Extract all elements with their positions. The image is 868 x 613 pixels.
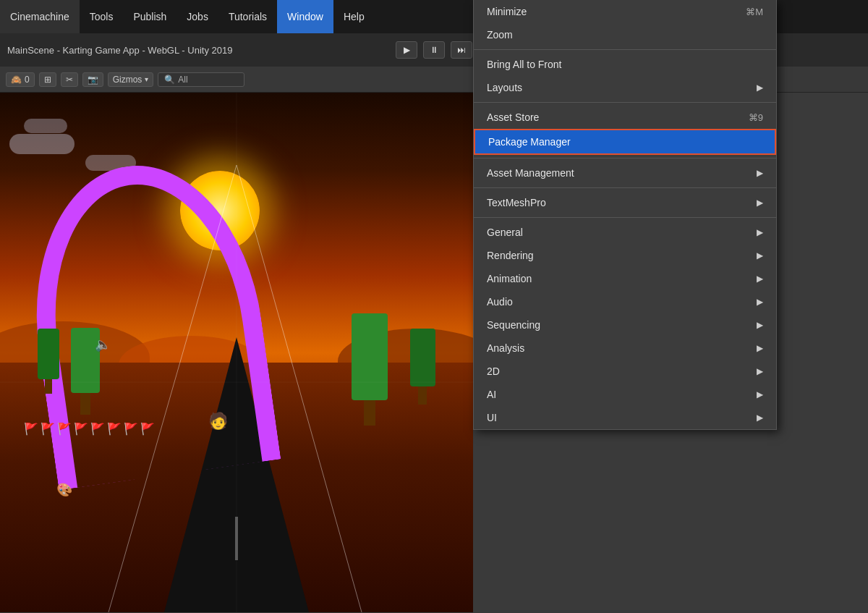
colorwheel-icon: 🎨 bbox=[56, 482, 72, 498]
menubar-item-tutorials[interactable]: Tutorials bbox=[218, 0, 277, 33]
menu-item-layouts[interactable]: Layouts ▶ bbox=[474, 76, 776, 99]
layouts-arrow-icon: ▶ bbox=[757, 83, 763, 93]
ui-arrow-icon: ▶ bbox=[757, 413, 763, 423]
menu-item-asset-management[interactable]: Asset Management ▶ bbox=[474, 161, 776, 185]
menu-item-2d[interactable]: 2D ▶ bbox=[474, 360, 776, 383]
menu-item-sequencing[interactable]: Sequencing ▶ bbox=[474, 313, 776, 337]
asset-store-shortcut: ⌘9 bbox=[749, 112, 763, 123]
menu-item-minimize[interactable]: Minimize ⌘M bbox=[474, 0, 776, 23]
general-label: General bbox=[487, 227, 523, 238]
audio-arrow-icon: ▶ bbox=[757, 297, 763, 307]
search-placeholder: All bbox=[178, 75, 187, 85]
tools-icon: ✂ bbox=[66, 75, 73, 85]
minimize-label: Minimize bbox=[487, 6, 527, 17]
general-arrow-icon: ▶ bbox=[757, 227, 763, 237]
menubar-item-cinemachine[interactable]: Cinemachine bbox=[0, 0, 80, 33]
menubar-item-help[interactable]: Help bbox=[333, 0, 375, 33]
menu-item-analysis[interactable]: Analysis ▶ bbox=[474, 337, 776, 360]
tree-right-2 bbox=[410, 329, 435, 405]
menubar-item-tools[interactable]: Tools bbox=[80, 0, 124, 33]
separator-1 bbox=[474, 49, 776, 50]
search-box[interactable]: 🔍 All bbox=[158, 72, 244, 87]
bring-all-label: Bring All to Front bbox=[487, 59, 562, 70]
dropdown-overlay: Minimize ⌘M Zoom Bring All to Front Layo… bbox=[473, 0, 868, 613]
separator-4 bbox=[474, 187, 776, 188]
ui-label: UI bbox=[487, 412, 497, 423]
menu-item-textmeshpro[interactable]: TextMeshPro ▶ bbox=[474, 191, 776, 214]
menubar-item-jobs[interactable]: Jobs bbox=[176, 0, 218, 33]
animation-label: Animation bbox=[487, 273, 532, 284]
toolbar-eye[interactable]: 🙈 0 bbox=[6, 72, 35, 87]
toolbar-tools[interactable]: ✂ bbox=[61, 72, 78, 87]
toolbar-grid[interactable]: ⊞ bbox=[39, 72, 56, 87]
minimize-shortcut: ⌘M bbox=[746, 7, 763, 17]
rendering-arrow-icon: ▶ bbox=[757, 250, 763, 261]
menu-item-zoom[interactable]: Zoom bbox=[474, 23, 776, 46]
sequencing-arrow-icon: ▶ bbox=[757, 320, 763, 330]
animation-arrow-icon: ▶ bbox=[757, 274, 763, 284]
cloud-1 bbox=[9, 134, 75, 154]
analysis-label: Analysis bbox=[487, 342, 524, 354]
step-button[interactable]: ⏭ bbox=[451, 41, 472, 59]
pause-button[interactable]: ⏸ bbox=[423, 41, 445, 59]
menu-item-ai[interactable]: AI ▶ bbox=[474, 383, 776, 406]
menu-item-audio[interactable]: Audio ▶ bbox=[474, 290, 776, 313]
search-icon: 🔍 bbox=[164, 75, 175, 85]
cloud-2 bbox=[24, 119, 67, 133]
toolbar-gizmos[interactable]: Gizmos ▾ bbox=[108, 72, 154, 87]
tree-left-2 bbox=[38, 329, 59, 394]
analysis-arrow-icon: ▶ bbox=[757, 343, 763, 353]
road-line-1 bbox=[235, 517, 238, 560]
toolbar-cam[interactable]: 📷 bbox=[82, 72, 103, 87]
ai-label: AI bbox=[487, 389, 496, 400]
menu-item-animation[interactable]: Animation ▶ bbox=[474, 267, 776, 290]
menu-item-general[interactable]: General ▶ bbox=[474, 221, 776, 244]
2d-arrow-icon: ▶ bbox=[757, 366, 763, 376]
menu-item-bring-all[interactable]: Bring All to Front bbox=[474, 53, 776, 76]
asset-management-label: Asset Management bbox=[487, 167, 574, 179]
gizmos-label: Gizmos bbox=[113, 75, 142, 85]
gizmos-arrow-icon: ▾ bbox=[145, 75, 148, 83]
menu-item-asset-store[interactable]: Asset Store ⌘9 bbox=[474, 106, 776, 129]
eye-icon: 🙈 bbox=[11, 75, 22, 85]
tree-right-1 bbox=[352, 313, 388, 426]
textmeshpro-arrow-icon: ▶ bbox=[757, 198, 763, 208]
menu-item-ui[interactable]: UI ▶ bbox=[474, 406, 776, 429]
flag-icon: 🚩 bbox=[24, 422, 38, 436]
audio-label: Audio bbox=[487, 296, 513, 308]
separator-5 bbox=[474, 217, 776, 218]
menu-item-rendering[interactable]: Rendering ▶ bbox=[474, 244, 776, 267]
character: 🧑 bbox=[208, 412, 228, 431]
game-viewport: 🚩 🚩 🚩 🚩 🚩 🚩 🚩 🚩 🧑 🔈 🎨 bbox=[0, 93, 473, 612]
menu-item-package-manager[interactable]: Package Manager bbox=[474, 129, 776, 155]
window-dropdown-menu: Minimize ⌘M Zoom Bring All to Front Layo… bbox=[473, 0, 777, 430]
asset-store-label: Asset Store bbox=[487, 111, 539, 123]
package-manager-label: Package Manager bbox=[488, 136, 571, 148]
cam-icon: 📷 bbox=[88, 75, 98, 85]
eye-count: 0 bbox=[25, 75, 30, 85]
playbar: ▶ ⏸ ⏭ bbox=[396, 41, 472, 59]
purple-arch bbox=[16, 151, 281, 491]
separator-2 bbox=[474, 102, 776, 103]
textmeshpro-label: TextMeshPro bbox=[487, 197, 546, 208]
zoom-label: Zoom bbox=[487, 29, 513, 41]
play-button[interactable]: ▶ bbox=[396, 41, 417, 59]
ai-arrow-icon: ▶ bbox=[757, 389, 763, 399]
menubar-item-publish[interactable]: Publish bbox=[123, 0, 176, 33]
grid-icon: ⊞ bbox=[44, 75, 51, 85]
menubar-item-window[interactable]: Window bbox=[277, 0, 333, 33]
audio-icon: 🔈 bbox=[95, 337, 111, 352]
layouts-label: Layouts bbox=[487, 82, 522, 93]
asset-management-arrow-icon: ▶ bbox=[757, 168, 763, 178]
separator-3 bbox=[474, 158, 776, 158]
sequencing-label: Sequencing bbox=[487, 319, 540, 331]
flags-row: 🚩 🚩 🚩 🚩 🚩 🚩 🚩 🚩 bbox=[24, 422, 155, 436]
rendering-label: Rendering bbox=[487, 250, 534, 261]
2d-label: 2D bbox=[487, 365, 500, 377]
